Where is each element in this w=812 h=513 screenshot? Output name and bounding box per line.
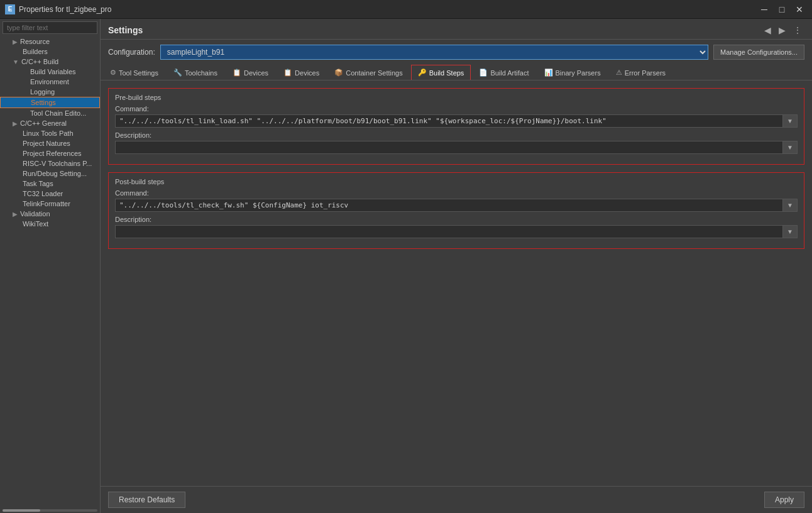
tab-toolchains-1[interactable]: 🔧Toolchains — [167, 65, 224, 80]
tab-label: Tool Settings — [119, 69, 158, 77]
close-button[interactable]: ✕ — [792, 4, 807, 15]
tree-item-label: TelinkFormatter — [23, 200, 70, 207]
tab-devices-2[interactable]: 📋Devices — [226, 65, 275, 80]
tree-item-label: Builders — [23, 48, 48, 55]
bottom-action-bar: Restore Defaults Apply — [101, 486, 812, 513]
sidebar-item-tc32-loader[interactable]: TC32 Loader — [0, 189, 100, 199]
sidebar-item-telinkformatter[interactable]: TelinkFormatter — [0, 199, 100, 209]
content-area: Pre-build steps Command: ▼ Description: … — [101, 80, 812, 486]
sidebar-item-validation[interactable]: ▶Validation — [0, 209, 100, 219]
restore-defaults-button[interactable]: Restore Defaults — [108, 492, 185, 508]
pre-build-description-row: Description: ▼ — [115, 131, 798, 154]
header-nav: ◀ ▶ ⋮ — [762, 24, 804, 36]
post-build-command-dropdown[interactable]: ▼ — [782, 199, 797, 211]
tab-icon: 🔧 — [173, 69, 182, 77]
sidebar-item-run-debug-setting---[interactable]: Run/Debug Setting... — [0, 168, 100, 179]
tab-icon: 📄 — [479, 69, 488, 77]
tree-arrow-icon: ▶ — [13, 120, 18, 127]
tree-item-label: Environment — [30, 78, 69, 86]
nav-back-button[interactable]: ◀ — [762, 24, 774, 36]
tree-item-label: Linux Tools Path — [23, 130, 74, 137]
tab-icon: 🔑 — [418, 69, 427, 77]
sidebar-item-logging[interactable]: Logging — [0, 87, 100, 97]
post-build-command-row: Command: ▼ — [115, 189, 798, 212]
tab-devices-3[interactable]: 📋Devices — [277, 65, 326, 80]
sidebar-item-environment[interactable]: Environment — [0, 77, 100, 87]
tab-label: Binary Parsers — [556, 69, 601, 77]
title-bar: E Properties for tl_zigbee_pro ─ □ ✕ — [0, 0, 812, 19]
tab-label: Toolchains — [185, 69, 217, 77]
nav-forward-button[interactable]: ▶ — [776, 24, 788, 36]
pre-build-title: Pre-build steps — [115, 94, 798, 101]
sidebar-item-tool-chain-edito---[interactable]: Tool Chain Edito... — [0, 108, 100, 118]
tree-item-label: Project References — [23, 150, 82, 157]
app-icon: E — [5, 4, 15, 14]
config-label: Configuration: — [108, 48, 155, 57]
tab-error-parsers-8[interactable]: ⚠Error Parsers — [609, 65, 672, 80]
window-title: Properties for tl_zigbee_pro — [19, 5, 757, 14]
main-container: ▶ResourceBuilders▼C/C++ BuildBuild Varia… — [0, 19, 812, 513]
tree-item-label: Resource — [20, 38, 50, 45]
settings-header: Settings ◀ ▶ ⋮ — [101, 19, 812, 40]
post-build-description-row: Description: ▼ — [115, 216, 798, 238]
tree-arrow-icon: ▶ — [13, 211, 18, 218]
tree-item-label: Settings — [31, 99, 56, 106]
tree-item-label: Build Variables — [30, 68, 76, 75]
sidebar-item-settings[interactable]: Settings — [0, 97, 100, 108]
nav-menu-button[interactable]: ⋮ — [791, 24, 804, 36]
sidebar-item-linux-tools-path[interactable]: Linux Tools Path — [0, 128, 100, 138]
tree-item-label: Tool Chain Edito... — [30, 109, 86, 117]
sidebar-item-wikitext[interactable]: WikiText — [0, 219, 100, 229]
post-build-description-input[interactable] — [116, 226, 782, 238]
pre-build-command-row: Command: ▼ — [115, 105, 798, 128]
post-build-command-input[interactable] — [116, 199, 782, 211]
tab-container-settings-4[interactable]: 📦Container Settings — [327, 65, 410, 80]
pre-build-command-dropdown[interactable]: ▼ — [782, 115, 797, 127]
tab-build-steps-5[interactable]: 🔑Build Steps — [411, 65, 471, 80]
maximize-button[interactable]: □ — [774, 4, 789, 15]
tabs-bar: ⚙Tool Settings🔧Toolchains📋Devices📋Device… — [101, 65, 812, 80]
pre-build-command-input[interactable] — [116, 115, 782, 127]
pre-build-description-wrapper: ▼ — [115, 141, 798, 154]
tab-icon: ⚙ — [110, 69, 116, 77]
sidebar-item-c-c---general[interactable]: ▶C/C++ General — [0, 118, 100, 128]
manage-config-button[interactable]: Manage Configurations... — [713, 45, 804, 60]
pre-build-description-input[interactable] — [116, 141, 782, 153]
post-build-title: Post-build steps — [115, 178, 798, 185]
sidebar-item-build-variables[interactable]: Build Variables — [0, 67, 100, 77]
sidebar-item-task-tags[interactable]: Task Tags — [0, 179, 100, 189]
sidebar-item-c-c---build[interactable]: ▼C/C++ Build — [0, 57, 100, 67]
tab-label: Devices — [244, 69, 268, 77]
tree-item-label: C/C++ General — [20, 119, 67, 127]
tree-item-label: TC32 Loader — [23, 190, 63, 197]
tab-label: Container Settings — [346, 69, 403, 77]
tab-icon: 📦 — [334, 69, 343, 77]
minimize-button[interactable]: ─ — [757, 4, 772, 15]
tree-item-label: Task Tags — [23, 180, 53, 187]
sidebar-item-resource[interactable]: ▶Resource — [0, 36, 100, 47]
tree-item-label: WikiText — [23, 220, 48, 228]
tab-tool-settings-0[interactable]: ⚙Tool Settings — [103, 65, 165, 80]
tree-item-label: Project Natures — [23, 140, 70, 147]
tab-icon: 📊 — [544, 69, 553, 77]
sidebar-item-risc-v-toolchains-p---[interactable]: RISC-V Toolchains P... — [0, 158, 100, 168]
tree-item-label: Logging — [30, 88, 55, 96]
apply-button[interactable]: Apply — [764, 492, 804, 508]
sidebar-item-builders[interactable]: Builders — [0, 47, 100, 57]
tree-item-label: RISC-V Toolchains P... — [23, 160, 92, 167]
tab-icon: 📋 — [233, 69, 241, 77]
post-build-command-wrapper: ▼ — [115, 199, 798, 212]
filter-input[interactable] — [3, 21, 97, 34]
window-controls: ─ □ ✕ — [757, 4, 807, 15]
tree-arrow-icon: ▼ — [13, 58, 19, 65]
pre-build-section: Pre-build steps Command: ▼ Description: … — [108, 88, 804, 165]
tab-label: Build Steps — [429, 69, 464, 77]
sidebar-item-project-natures[interactable]: Project Natures — [0, 138, 100, 148]
tab-binary-parsers-7[interactable]: 📊Binary Parsers — [537, 65, 608, 80]
sidebar-item-project-references[interactable]: Project References — [0, 148, 100, 158]
pre-build-description-dropdown[interactable]: ▼ — [782, 141, 797, 153]
post-build-description-dropdown[interactable]: ▼ — [782, 226, 797, 238]
configuration-select[interactable]: sampleLight_b91 — [160, 45, 708, 60]
tab-build-artifact-6[interactable]: 📄Build Artifact — [472, 65, 535, 80]
tab-label: Devices — [295, 69, 319, 77]
